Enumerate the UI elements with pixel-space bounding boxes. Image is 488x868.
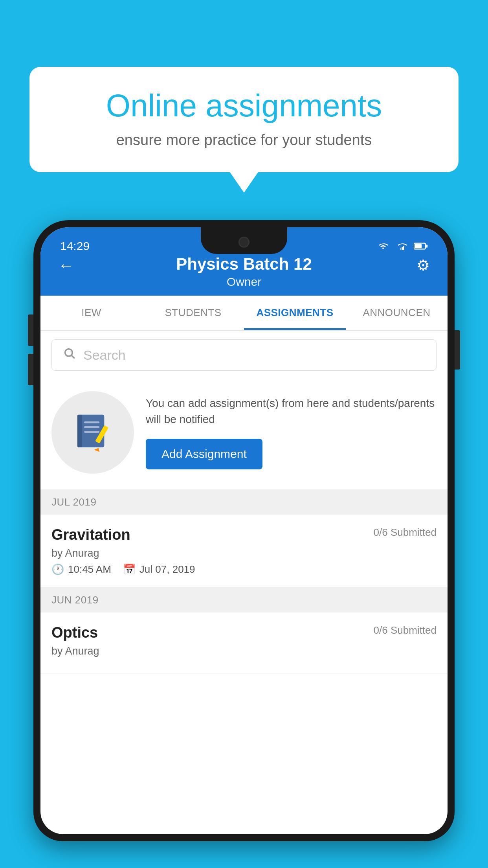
promo-icon-circle	[51, 391, 134, 474]
svg-line-7	[72, 355, 75, 359]
back-button[interactable]: ←	[58, 257, 74, 274]
add-assignment-button[interactable]: Add Assignment	[146, 439, 262, 469]
settings-button[interactable]: ⚙	[416, 257, 430, 274]
svg-marker-14	[94, 447, 101, 453]
volume-down-button[interactable]	[28, 354, 33, 385]
calendar-icon: 📅	[123, 563, 136, 576]
assignment-name: Gravitation	[51, 526, 130, 543]
search-container: Search	[40, 331, 448, 379]
battery-icon	[414, 241, 428, 251]
svg-rect-9	[84, 421, 99, 423]
speech-bubble-card: Online assignments ensure more practice …	[29, 67, 459, 172]
assignment-meta: 🕐 10:45 AM 📅 Jul 07, 2019	[51, 563, 437, 576]
svg-rect-5	[426, 245, 428, 248]
optics-status: 0/6 Submitted	[374, 624, 437, 636]
svg-rect-10	[84, 426, 99, 428]
assignment-date: 📅 Jul 07, 2019	[123, 563, 195, 576]
assignment-top-row: Gravitation 0/6 Submitted	[51, 526, 437, 543]
assignment-time: 🕐 10:45 AM	[51, 563, 111, 576]
section-jul-2019: JUL 2019	[40, 490, 448, 515]
tabs-bar: IEW STUDENTS ASSIGNMENTS ANNOUNCEN	[40, 296, 448, 331]
assignment-status: 0/6 Submitted	[374, 526, 437, 539]
phone-mockup: 14:29	[33, 220, 455, 868]
content-area: Search	[40, 331, 448, 673]
phone-notch	[201, 227, 287, 254]
front-camera	[238, 237, 250, 248]
status-time: 14:29	[60, 239, 90, 253]
tab-students[interactable]: STUDENTS	[142, 296, 244, 330]
section-jun-2019: JUN 2019	[40, 588, 448, 612]
tab-iew[interactable]: IEW	[40, 296, 142, 330]
header-subtitle: Owner	[60, 275, 428, 289]
search-input-wrapper[interactable]: Search	[51, 339, 437, 371]
assignment-date-value: Jul 07, 2019	[139, 563, 195, 576]
svg-rect-2	[400, 248, 401, 250]
assignment-time-value: 10:45 AM	[68, 563, 111, 576]
status-icons	[376, 241, 428, 251]
optics-author: by Anurag	[51, 645, 437, 657]
assignment-author: by Anurag	[51, 547, 437, 559]
svg-rect-12	[77, 415, 82, 447]
optics-top-row: Optics 0/6 Submitted	[51, 624, 437, 641]
svg-rect-11	[84, 431, 99, 433]
promo-text-area: You can add assignment(s) from here and …	[146, 395, 437, 469]
header-title: Physics Batch 12	[60, 255, 428, 274]
power-button[interactable]	[455, 330, 460, 370]
bubble-title: Online assignments	[57, 88, 431, 123]
speech-bubble-section: Online assignments ensure more practice …	[29, 67, 459, 172]
svg-rect-4	[415, 244, 422, 248]
promo-section: You can add assignment(s) from here and …	[40, 379, 448, 490]
clock-icon: 🕐	[51, 563, 64, 576]
tab-assignments[interactable]: ASSIGNMENTS	[244, 296, 346, 330]
svg-rect-0	[403, 246, 404, 250]
wifi-icon	[376, 241, 390, 251]
bubble-subtitle: ensure more practice for your students	[57, 132, 431, 149]
phone-body: 14:29	[33, 220, 455, 841]
notebook-icon	[71, 411, 114, 454]
svg-rect-1	[402, 247, 403, 250]
assignment-item-gravitation[interactable]: Gravitation 0/6 Submitted by Anurag 🕐 10…	[40, 515, 448, 588]
search-icon	[63, 347, 76, 363]
signal-icon	[395, 241, 409, 251]
tab-announcements[interactable]: ANNOUNCEN	[346, 296, 448, 330]
promo-description: You can add assignment(s) from here and …	[146, 395, 437, 427]
svg-point-6	[65, 349, 72, 356]
volume-up-button[interactable]	[28, 314, 33, 346]
assignment-item-optics[interactable]: Optics 0/6 Submitted by Anurag	[40, 612, 448, 673]
optics-name: Optics	[51, 624, 98, 641]
search-placeholder-text: Search	[83, 348, 126, 363]
phone-screen: 14:29	[40, 227, 448, 834]
